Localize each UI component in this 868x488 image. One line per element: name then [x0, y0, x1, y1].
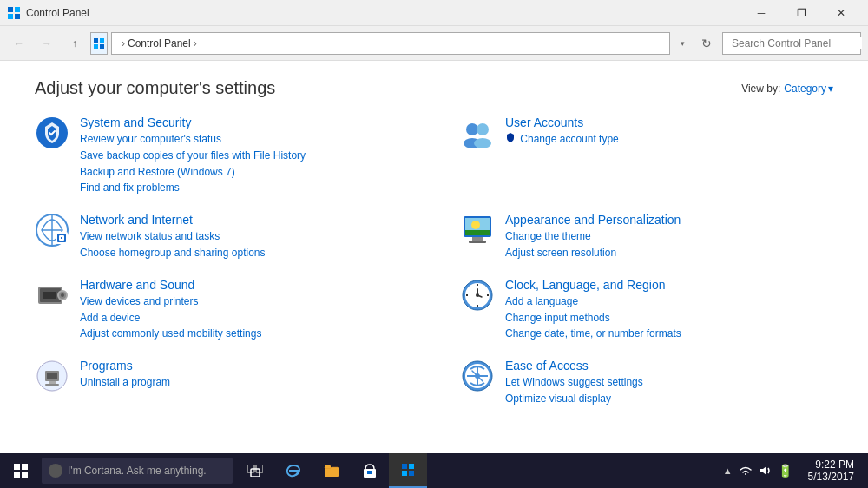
maximize-button[interactable]: ❐ — [781, 0, 821, 26]
view-by-dropdown[interactable]: Category ▾ — [784, 82, 833, 95]
hardware-sound-link-2[interactable]: Add a device — [80, 311, 261, 326]
cortana-placeholder: I'm Cortana. Ask me anything. — [68, 465, 207, 477]
network-internet-link-1[interactable]: View network status and tasks — [80, 229, 265, 244]
refresh-button[interactable]: ↻ — [694, 31, 719, 56]
minimize-button[interactable]: ─ — [741, 0, 781, 26]
hardware-sound-link-1[interactable]: View devices and printers — [80, 294, 261, 309]
clock-language-link-2[interactable]: Change input methods — [505, 311, 681, 326]
user-accounts-icon — [460, 115, 495, 150]
hardware-sound-link-3[interactable]: Adjust commonly used mobility settings — [80, 326, 261, 341]
clock-date: 5/13/2017 — [808, 471, 854, 483]
file-explorer-icon — [324, 464, 339, 478]
search-input[interactable] — [732, 37, 862, 49]
svg-rect-52 — [22, 472, 28, 478]
ease-of-access-title[interactable]: Ease of Access — [505, 359, 643, 373]
svg-rect-43 — [47, 373, 57, 379]
svg-rect-51 — [14, 472, 20, 478]
cortana-search[interactable]: I'm Cortana. Ask me anything. — [42, 458, 233, 484]
system-security-title[interactable]: System and Security — [80, 115, 306, 129]
hardware-sound-icon — [35, 278, 69, 313]
windows-logo-icon — [14, 464, 28, 478]
search-box[interactable] — [722, 32, 861, 55]
svg-point-14 — [474, 138, 491, 148]
svg-point-23 — [471, 221, 480, 229]
appearance-title[interactable]: Appearance and Personalization — [505, 213, 681, 227]
ease-of-access-icon — [460, 359, 495, 393]
user-accounts-title[interactable]: User Accounts — [505, 115, 619, 129]
system-security-link-4[interactable]: Find and fix problems — [80, 181, 306, 195]
svg-rect-3 — [15, 14, 20, 19]
ease-of-access-link-2[interactable]: Optimize visual display — [505, 392, 643, 406]
title-bar: Control Panel ─ ❐ ✕ — [0, 0, 868, 26]
clock-language-link-3[interactable]: Change date, time, or number formats — [505, 326, 681, 341]
appearance-link-2[interactable]: Adjust screen resolution — [505, 246, 681, 260]
clock-language-content: Clock, Language, and Region Add a langua… — [505, 278, 681, 341]
file-explorer-button[interactable] — [312, 453, 351, 488]
svg-point-40 — [476, 293, 479, 297]
programs-link-1[interactable]: Uninstall a program — [80, 375, 170, 390]
ease-of-access-link-1[interactable]: Let Windows suggest settings — [505, 375, 643, 390]
svg-rect-45 — [45, 384, 59, 386]
system-security-link-1[interactable]: Review your computer's status — [80, 132, 306, 147]
cortana-icon — [49, 464, 62, 478]
volume-icon — [759, 465, 771, 476]
close-button[interactable]: ✕ — [821, 0, 861, 26]
store-button[interactable] — [351, 453, 389, 488]
category-system-security: System and Security Review your computer… — [35, 115, 408, 195]
clock-language-title[interactable]: Clock, Language, and Region — [505, 278, 681, 292]
breadcrumb-icon[interactable] — [90, 32, 108, 55]
system-security-link-3[interactable]: Backup and Restore (Windows 7) — [80, 165, 306, 180]
svg-rect-25 — [469, 241, 486, 243]
clock-time: 9:22 PM — [808, 458, 854, 471]
back-button[interactable]: ← — [7, 31, 31, 56]
path-control-panel[interactable]: Control Panel — [128, 37, 191, 49]
svg-rect-50 — [22, 464, 28, 470]
network-internet-icon — [35, 213, 69, 247]
svg-rect-2 — [8, 14, 13, 19]
user-accounts-link-1[interactable]: Change account type — [505, 132, 619, 147]
network-internet-content: Network and Internet View network status… — [80, 213, 265, 260]
forward-button[interactable]: → — [35, 31, 59, 56]
category-clock-language: Clock, Language, and Region Add a langua… — [460, 278, 833, 341]
address-dropdown-button[interactable]: ▾ — [674, 32, 691, 55]
network-tray-icon[interactable] — [738, 465, 753, 476]
main-content: Adjust your computer's settings View by:… — [0, 61, 868, 453]
view-by-control: View by: Category ▾ — [741, 82, 833, 95]
network-internet-link-2[interactable]: Choose homegroup and sharing options — [80, 246, 265, 260]
address-path[interactable]: › Control Panel › — [111, 32, 670, 55]
control-panel-taskbar-icon — [401, 463, 415, 477]
back-icon: ← — [14, 37, 24, 49]
volume-tray-icon[interactable] — [757, 465, 773, 476]
appearance-icon — [460, 213, 495, 247]
task-view-button[interactable] — [236, 453, 274, 488]
address-bar: ← → ↑ › Control Panel › ▾ ↻ — [0, 26, 868, 61]
system-security-link-2[interactable]: Save backup copies of your files with Fi… — [80, 148, 306, 163]
svg-point-11 — [466, 123, 478, 135]
clock-language-link-1[interactable]: Add a language — [505, 294, 681, 309]
control-panel-taskbar-button[interactable] — [389, 453, 427, 488]
svg-rect-56 — [325, 467, 339, 477]
category-appearance: Appearance and Personalization Change th… — [460, 213, 833, 260]
edge-button[interactable] — [274, 453, 312, 488]
svg-rect-22 — [465, 230, 490, 235]
appearance-link-1[interactable]: Change the theme — [505, 229, 681, 244]
task-view-icon — [247, 465, 263, 477]
svg-rect-57 — [325, 465, 331, 468]
taskbar-clock[interactable]: 9:22 PM 5/13/2017 — [801, 458, 861, 483]
start-button[interactable] — [0, 453, 42, 488]
system-tray: ▲ 🔋 — [714, 464, 801, 478]
network-internet-title[interactable]: Network and Internet — [80, 213, 265, 227]
edge-icon — [286, 463, 301, 478]
hardware-sound-title[interactable]: Hardware and Sound — [80, 278, 261, 292]
svg-point-30 — [61, 293, 64, 297]
svg-rect-59 — [367, 471, 372, 474]
window-icon — [7, 6, 21, 20]
show-desktop-button[interactable] — [861, 453, 868, 488]
up-button[interactable]: ↑ — [62, 31, 87, 56]
page-title: Adjust your computer's settings — [35, 78, 275, 98]
programs-icon — [35, 359, 69, 393]
clock-language-icon — [460, 278, 495, 313]
tray-expand-icon[interactable]: ▲ — [721, 465, 734, 476]
battery-tray-icon[interactable]: 🔋 — [776, 464, 794, 478]
programs-title[interactable]: Programs — [80, 359, 170, 373]
